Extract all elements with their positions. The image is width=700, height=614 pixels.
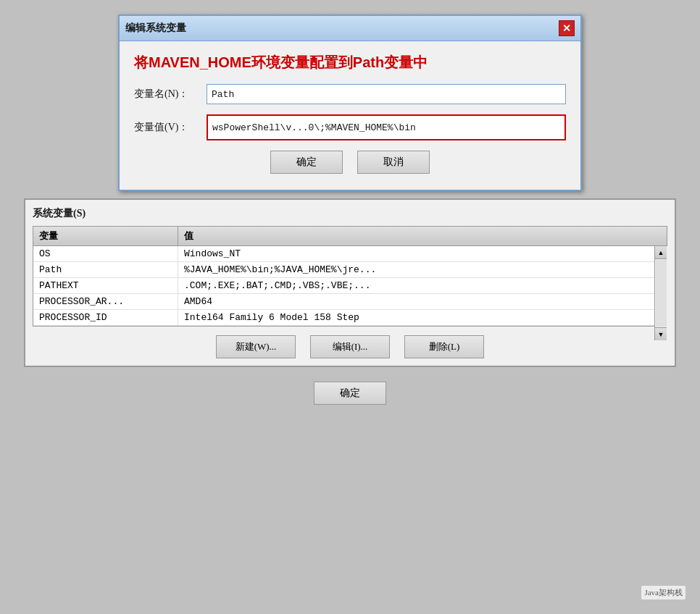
var-name-input[interactable] (207, 84, 566, 104)
dialog-content: 将MAVEN_HOME环境变量配置到Path变量中 变量名(N)： 变量值(V)… (120, 41, 580, 190)
scroll-thumb (656, 260, 667, 327)
bottom-button-row: 确定 (24, 382, 676, 405)
col-header-var: 变量 (33, 227, 178, 245)
col-header-val: 值 (178, 227, 667, 245)
table-row[interactable]: OS Windows_NT (33, 246, 667, 262)
ok-button[interactable]: 确定 (270, 151, 343, 174)
dialog-button-row: 确定 取消 (134, 151, 566, 178)
table-header: 变量 值 (33, 227, 667, 246)
bottom-ok-button[interactable]: 确定 (314, 382, 386, 405)
watermark-text: Java架构栈 (644, 588, 683, 597)
cell-val-os: Windows_NT (178, 246, 667, 261)
system-vars-button-row: 新建(W)... 编辑(I)... 删除(L) (33, 335, 667, 358)
table-row[interactable]: PROCESSOR_AR... AMD64 (33, 294, 667, 310)
delete-button[interactable]: 删除(L) (404, 335, 484, 358)
cell-val-processor-id: Intel64 Family 6 Model 158 Step (178, 310, 667, 325)
watermark: Java架构栈 (641, 586, 686, 600)
cell-var-pathext: PATHEXT (33, 278, 178, 293)
cancel-button[interactable]: 取消 (357, 151, 430, 174)
system-vars-title: 系统变量(S) (33, 207, 667, 220)
scroll-up-button[interactable]: ▲ (655, 246, 667, 259)
table-body: OS Windows_NT Path %JAVA_HOME%\bin;%JAVA… (33, 246, 667, 326)
edit-system-variable-dialog: 编辑系统变量 ✕ 将MAVEN_HOME环境变量配置到Path变量中 变量名(N… (118, 14, 582, 191)
cell-val-pathext: .COM;.EXE;.BAT;.CMD;.VBS;.VBE;... (178, 278, 667, 293)
system-vars-table-wrapper: 变量 值 OS Windows_NT Path %JAVA_HOME%\bin;… (33, 226, 667, 327)
var-value-input[interactable] (207, 114, 566, 140)
dialog-title: 编辑系统变量 (125, 22, 186, 35)
var-value-label: 变量值(V)： (134, 121, 207, 134)
var-value-row: 变量值(V)： (134, 114, 566, 140)
dialog-titlebar: 编辑系统变量 ✕ (120, 16, 580, 41)
new-button[interactable]: 新建(W)... (216, 335, 296, 358)
close-icon: ✕ (562, 22, 571, 35)
cell-var-os: OS (33, 246, 178, 261)
annotation-text: 将MAVEN_HOME环境变量配置到Path变量中 (134, 53, 566, 72)
scrollbar[interactable]: ▲ ▼ (654, 246, 667, 340)
cell-val-path: %JAVA_HOME%\bin;%JAVA_HOME%\jre... (178, 262, 667, 277)
cell-var-processor-ar: PROCESSOR_AR... (33, 294, 178, 309)
table-row[interactable]: Path %JAVA_HOME%\bin;%JAVA_HOME%\jre... (33, 262, 667, 278)
system-vars-table: 变量 值 OS Windows_NT Path %JAVA_HOME%\bin;… (33, 226, 667, 327)
system-variables-panel: 系统变量(S) 变量 值 OS Windows_NT Path %JAVA_HO… (24, 198, 676, 367)
var-name-label: 变量名(N)： (134, 88, 207, 101)
table-row[interactable]: PATHEXT .COM;.EXE;.BAT;.CMD;.VBS;.VBE;..… (33, 278, 667, 294)
table-row[interactable]: PROCESSOR_ID Intel64 Family 6 Model 158 … (33, 310, 667, 326)
cell-val-processor-ar: AMD64 (178, 294, 667, 309)
cell-var-processor-id: PROCESSOR_ID (33, 310, 178, 325)
scroll-down-button[interactable]: ▼ (655, 327, 667, 340)
edit-button[interactable]: 编辑(I)... (310, 335, 390, 358)
cell-var-path: Path (33, 262, 178, 277)
close-button[interactable]: ✕ (559, 20, 575, 36)
var-name-row: 变量名(N)： (134, 84, 566, 104)
